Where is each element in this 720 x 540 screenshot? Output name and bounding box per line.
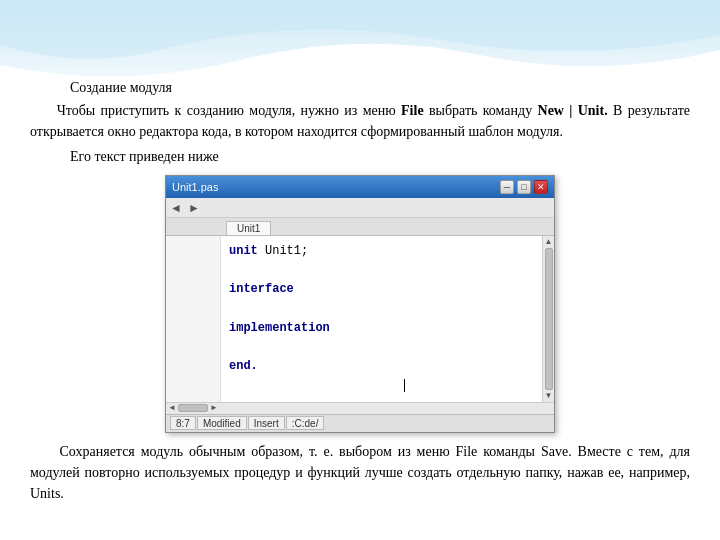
section-title: Создание модуля xyxy=(30,80,690,96)
ide-window-controls: ─ □ ✕ xyxy=(500,180,548,194)
code-line-3: interface xyxy=(229,280,534,299)
paragraph-1-indent xyxy=(30,103,57,118)
toolbar-forward-icon[interactable]: ► xyxy=(188,201,200,215)
scroll-thumb-h[interactable] xyxy=(178,404,208,412)
header-decoration xyxy=(0,0,720,90)
cursor xyxy=(404,379,405,392)
paragraph-3-indent xyxy=(30,444,60,459)
bold-new-unit: New | Unit. xyxy=(538,103,608,118)
status-position: 8:7 xyxy=(170,416,196,430)
code-line-6 xyxy=(229,338,534,357)
paragraph-1: Чтобы приступить к созданию модуля, нужн… xyxy=(30,100,690,142)
toolbar-back-icon[interactable]: ◄ xyxy=(170,201,182,215)
code-line-4 xyxy=(229,300,534,319)
ide-toolbar: ◄ ► xyxy=(166,198,554,218)
scroll-left-icon[interactable]: ◄ xyxy=(168,404,176,412)
status-insert: Insert xyxy=(248,416,285,430)
bold-file: File xyxy=(401,103,424,118)
ide-title-text: Unit1.pas xyxy=(172,181,218,193)
code-line-8 xyxy=(229,376,534,395)
ide-scrollbar-horizontal[interactable]: ◄ ► xyxy=(166,402,554,414)
ide-gutter xyxy=(166,236,221,402)
ide-tabs: Unit1 xyxy=(166,218,554,236)
paragraph-3: Сохраняется модуль обычным образом, т. е… xyxy=(30,441,690,504)
main-content: Создание модуля Чтобы приступить к созда… xyxy=(0,80,720,540)
minimize-button[interactable]: ─ xyxy=(500,180,514,194)
close-button[interactable]: ✕ xyxy=(534,180,548,194)
code-line-7: end. xyxy=(229,357,534,376)
code-line-1: unit Unit1; xyxy=(229,242,534,261)
ide-scrollbar-vertical[interactable]: ▲ ▼ xyxy=(542,236,554,402)
paragraph-2: Его текст приведен ниже xyxy=(30,146,690,167)
ide-window: Unit1.pas ─ □ ✕ ◄ ► Unit1 xyxy=(165,175,555,433)
scroll-down-icon[interactable]: ▼ xyxy=(545,392,553,400)
ide-titlebar: Unit1.pas ─ □ ✕ xyxy=(166,176,554,198)
ide-code-area[interactable]: unit Unit1; interface implementation end… xyxy=(221,236,542,402)
scroll-thumb-v[interactable] xyxy=(545,248,553,390)
ide-window-wrapper: Unit1.pas ─ □ ✕ ◄ ► Unit1 xyxy=(30,175,690,433)
code-line-5: implementation xyxy=(229,319,534,338)
code-line-2 xyxy=(229,261,534,280)
ide-body: unit Unit1; interface implementation end… xyxy=(166,236,554,402)
ide-statusbar: 8:7 Modified Insert :C:de/ xyxy=(166,414,554,432)
ide-tab-unit1[interactable]: Unit1 xyxy=(226,221,271,235)
scroll-up-icon[interactable]: ▲ xyxy=(545,238,553,246)
maximize-button[interactable]: □ xyxy=(517,180,531,194)
scroll-right-icon[interactable]: ► xyxy=(210,404,218,412)
status-modified: Modified xyxy=(197,416,247,430)
status-file: :C:de/ xyxy=(286,416,325,430)
